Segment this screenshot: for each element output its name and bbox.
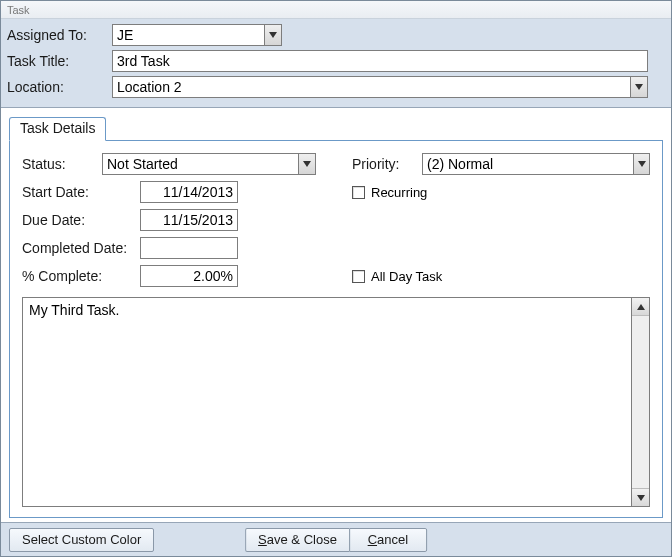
- all-day-checkbox[interactable]: [352, 270, 365, 283]
- pct-complete-input[interactable]: [140, 265, 238, 287]
- all-day-checkbox-wrap[interactable]: All Day Task: [352, 269, 442, 284]
- status-combo[interactable]: [102, 153, 316, 175]
- chevron-down-icon: [269, 32, 277, 38]
- chevron-down-icon: [303, 161, 311, 167]
- chevron-up-icon: [637, 304, 645, 310]
- assigned-to-label: Assigned To:: [7, 27, 112, 43]
- all-day-label: All Day Task: [371, 269, 442, 284]
- assigned-to-dropdown-button[interactable]: [264, 24, 282, 46]
- content: Task Details Status: Priority:: [1, 108, 671, 522]
- recurring-checkbox[interactable]: [352, 186, 365, 199]
- completed-date-input[interactable]: [140, 237, 238, 259]
- pct-complete-label: % Complete:: [22, 268, 140, 284]
- titlebar: Task: [1, 1, 671, 19]
- priority-input[interactable]: [422, 153, 633, 175]
- assigned-to-input[interactable]: [112, 24, 264, 46]
- due-date-label: Due Date:: [22, 212, 140, 228]
- notes-scrollbar[interactable]: [632, 297, 650, 507]
- task-title-input[interactable]: [112, 50, 648, 72]
- priority-label: Priority:: [352, 156, 412, 172]
- cancel-button[interactable]: Cancel: [349, 528, 427, 552]
- select-custom-color-button[interactable]: Select Custom Color: [9, 528, 154, 552]
- assigned-to-combo[interactable]: [112, 24, 282, 46]
- start-date-input[interactable]: [140, 181, 238, 203]
- chevron-down-icon: [635, 84, 643, 90]
- task-window: Task Assigned To: Task Title: Location:: [0, 0, 672, 557]
- task-details-panel: Status: Priority:: [9, 140, 663, 518]
- chevron-down-icon: [638, 161, 646, 167]
- save-close-button[interactable]: Save & Close: [245, 528, 349, 552]
- tabstrip: Task Details: [9, 116, 663, 140]
- notes-textarea[interactable]: [22, 297, 632, 507]
- status-dropdown-button[interactable]: [298, 153, 316, 175]
- recurring-checkbox-wrap[interactable]: Recurring: [352, 185, 427, 200]
- window-title: Task: [7, 4, 30, 16]
- status-label: Status:: [22, 156, 102, 172]
- footer: Select Custom Color Save & Close Cancel: [1, 522, 671, 556]
- tab-task-details[interactable]: Task Details: [9, 117, 106, 141]
- priority-dropdown-button[interactable]: [633, 153, 650, 175]
- header: Assigned To: Task Title: Location:: [1, 19, 671, 108]
- location-input[interactable]: [112, 76, 630, 98]
- scroll-up-button[interactable]: [632, 298, 649, 316]
- scroll-down-button[interactable]: [632, 488, 649, 506]
- completed-date-label: Completed Date:: [22, 240, 140, 256]
- recurring-label: Recurring: [371, 185, 427, 200]
- notes-area: [22, 297, 650, 507]
- location-combo[interactable]: [112, 76, 648, 98]
- priority-combo[interactable]: [422, 153, 650, 175]
- due-date-input[interactable]: [140, 209, 238, 231]
- chevron-down-icon: [637, 495, 645, 501]
- status-input[interactable]: [102, 153, 298, 175]
- location-label: Location:: [7, 79, 112, 95]
- task-title-label: Task Title:: [7, 53, 112, 69]
- start-date-label: Start Date:: [22, 184, 140, 200]
- location-dropdown-button[interactable]: [630, 76, 648, 98]
